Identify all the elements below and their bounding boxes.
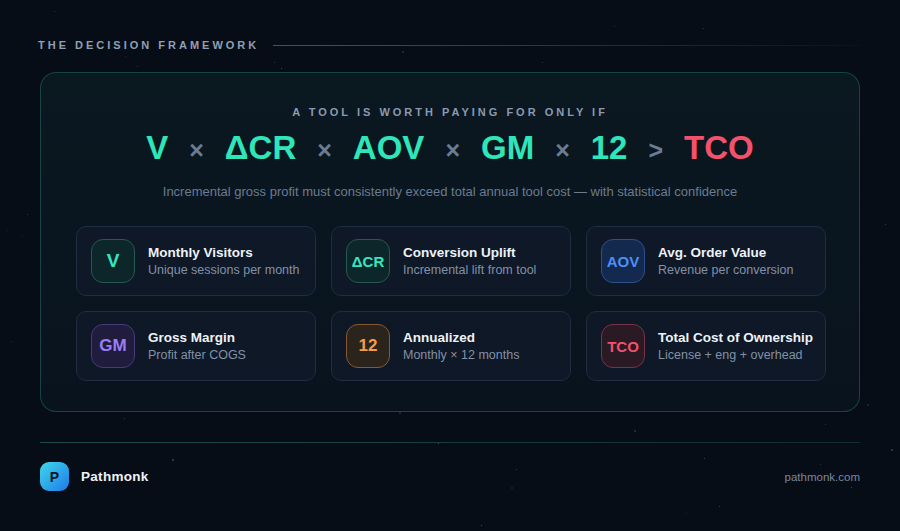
card-title: Gross Margin xyxy=(148,330,246,345)
multiply-operator: × xyxy=(317,136,332,165)
footer: P Pathmonk pathmonk.com xyxy=(40,461,860,492)
brand-name: Pathmonk xyxy=(81,469,149,484)
card-title: Annualized xyxy=(403,330,519,345)
card-title: Conversion Uplift xyxy=(403,245,536,260)
card-subtitle: Monthly × 12 months xyxy=(403,348,519,362)
formula-subtitle: Incremental gross profit must consistent… xyxy=(41,184,859,199)
card-total-cost-of-ownership: TCO Total Cost of Ownership License + en… xyxy=(586,311,826,381)
pathmonk-logo-icon: P xyxy=(40,462,69,491)
decision-formula: V × ΔCR × AOV × GM × 12 > TCO xyxy=(41,129,859,177)
formula-term-12: 12 xyxy=(591,129,628,167)
footer-divider-line xyxy=(40,442,860,443)
multiply-operator: × xyxy=(445,136,460,165)
page-title: THE DECISION FRAMEWORK xyxy=(38,39,259,51)
card-subtitle: Incremental lift from tool xyxy=(403,263,536,277)
website-url-link[interactable]: pathmonk.com xyxy=(785,471,860,483)
header-divider-line xyxy=(273,45,860,46)
card-subtitle: Revenue per conversion xyxy=(658,263,794,277)
card-avg-order-value: AOV Avg. Order Value Revenue per convers… xyxy=(586,226,826,296)
decision-framework-panel: A TOOL IS WORTH PAYING FOR ONLY IF V × Δ… xyxy=(40,72,860,412)
formula-term-visitors: V xyxy=(146,129,168,167)
formula-term-aov: AOV xyxy=(353,129,425,167)
card-monthly-visitors: V Monthly Visitors Unique sessions per m… xyxy=(76,226,316,296)
aov-badge-icon: AOV xyxy=(601,239,645,283)
multiply-operator: × xyxy=(189,136,204,165)
card-title: Monthly Visitors xyxy=(148,245,299,260)
card-conversion-uplift: ΔCR Conversion Uplift Incremental lift f… xyxy=(331,226,571,296)
formula-term-delta-cr: ΔCR xyxy=(225,129,296,167)
greater-than-operator: > xyxy=(648,136,663,165)
tco-badge-icon: TCO xyxy=(601,324,645,368)
multiply-operator: × xyxy=(555,136,570,165)
card-gross-margin: GM Gross Margin Profit after COGS xyxy=(76,311,316,381)
page-header: THE DECISION FRAMEWORK xyxy=(38,39,860,51)
formula-term-tco: TCO xyxy=(684,129,754,167)
gm-badge-icon: GM xyxy=(91,324,135,368)
term-cards-grid: V Monthly Visitors Unique sessions per m… xyxy=(76,226,826,381)
card-subtitle: Profit after COGS xyxy=(148,348,246,362)
card-annualized: 12 Annualized Monthly × 12 months xyxy=(331,311,571,381)
visitors-badge-icon: V xyxy=(91,239,135,283)
twelve-badge-icon: 12 xyxy=(346,324,390,368)
card-subtitle: License + eng + overhead xyxy=(658,348,813,362)
formula-term-gm: GM xyxy=(481,129,534,167)
card-title: Total Cost of Ownership xyxy=(658,330,813,345)
card-title: Avg. Order Value xyxy=(658,245,794,260)
card-subtitle: Unique sessions per month xyxy=(148,263,299,277)
delta-cr-badge-icon: ΔCR xyxy=(346,239,390,283)
panel-kicker: A TOOL IS WORTH PAYING FOR ONLY IF xyxy=(41,106,859,118)
